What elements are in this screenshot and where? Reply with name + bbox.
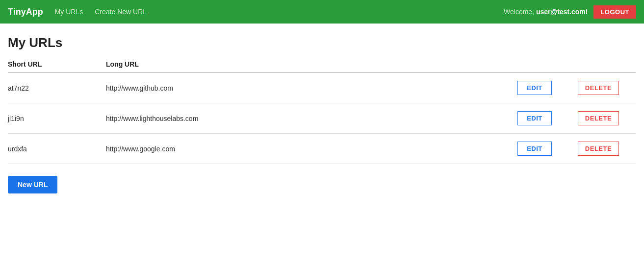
col-header-edit — [508, 56, 567, 72]
main-content: My URLs Short URL Long URL at7n22http://… — [0, 24, 644, 205]
long-url-cell: http://www.google.com — [106, 134, 508, 164]
url-table: Short URL Long URL at7n22http://www.gith… — [8, 56, 636, 164]
col-header-delete — [567, 56, 636, 72]
navbar-link-create-new-url[interactable]: Create New URL — [95, 8, 147, 16]
navbar-left: TinyApp My URLs Create New URL — [8, 7, 147, 17]
short-url-cell: at7n22 — [8, 72, 106, 103]
user-email: user@test.com! — [536, 8, 588, 16]
new-url-button[interactable]: New URL — [8, 176, 57, 193]
delete-button[interactable]: DELETE — [578, 111, 619, 125]
welcome-prefix: Welcome, — [504, 8, 536, 16]
page-title: My URLs — [8, 35, 636, 50]
navbar-right: Welcome, user@test.com! LOGOUT — [504, 5, 636, 19]
col-header-long-url: Long URL — [106, 56, 508, 72]
delete-cell: DELETE — [567, 103, 636, 134]
edit-button[interactable]: EDIT — [517, 111, 552, 125]
delete-cell: DELETE — [567, 72, 636, 103]
table-row: urdxfahttp://www.google.comEDITDELETE — [8, 134, 636, 164]
navbar-brand[interactable]: TinyApp — [8, 7, 43, 17]
table-head: Short URL Long URL — [8, 56, 636, 72]
table-row: jl1i9nhttp://www.lighthouselabs.comEDITD… — [8, 103, 636, 134]
long-url-cell: http://www.github.com — [106, 72, 508, 103]
edit-cell: EDIT — [508, 103, 567, 134]
edit-cell: EDIT — [508, 134, 567, 164]
short-url-cell: jl1i9n — [8, 103, 106, 134]
edit-cell: EDIT — [508, 72, 567, 103]
navbar-link-my-urls[interactable]: My URLs — [55, 8, 83, 16]
delete-button[interactable]: DELETE — [578, 142, 619, 156]
welcome-text: Welcome, user@test.com! — [504, 8, 588, 16]
table-body: at7n22http://www.github.comEDITDELETEjl1… — [8, 72, 636, 164]
short-url-cell: urdxfa — [8, 134, 106, 164]
logout-button[interactable]: LOGOUT — [593, 5, 636, 19]
table-row: at7n22http://www.github.comEDITDELETE — [8, 72, 636, 103]
table-header-row: Short URL Long URL — [8, 56, 636, 72]
col-header-short-url: Short URL — [8, 56, 106, 72]
edit-button[interactable]: EDIT — [517, 142, 552, 156]
long-url-cell: http://www.lighthouselabs.com — [106, 103, 508, 134]
edit-button[interactable]: EDIT — [517, 81, 552, 95]
navbar: TinyApp My URLs Create New URL Welcome, … — [0, 0, 644, 24]
delete-button[interactable]: DELETE — [578, 81, 619, 95]
delete-cell: DELETE — [567, 134, 636, 164]
